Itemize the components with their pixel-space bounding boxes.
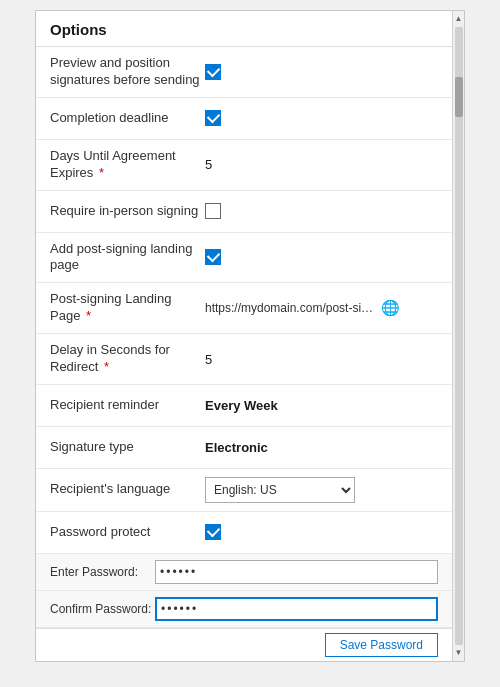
select-recipient-language[interactable]: English: US French Spanish German [205, 477, 355, 503]
value-add-post-signing [205, 249, 438, 265]
scrollbar-handle[interactable] [455, 77, 463, 117]
scrollbar: ▲ ▼ [452, 11, 464, 661]
row-confirm-password: Confirm Password: [36, 591, 452, 628]
value-signature-type: Electronic [205, 440, 438, 455]
checkbox-add-post-signing[interactable] [205, 249, 221, 265]
checkbox-completion-deadline[interactable] [205, 110, 221, 126]
required-indicator-delay: * [100, 359, 109, 374]
confirm-password-wrap [155, 597, 438, 621]
label-confirm-password: Confirm Password: [50, 602, 155, 616]
checkbox-password-protect[interactable] [205, 524, 221, 540]
label-delay-redirect: Delay in Seconds for Redirect * [50, 342, 205, 376]
option-row-completion-deadline: Completion deadline [36, 98, 452, 140]
input-enter-password[interactable] [155, 560, 438, 584]
value-days-until: 5 [205, 157, 438, 172]
value-require-in-person [205, 203, 438, 219]
text-delay-redirect: 5 [205, 352, 212, 367]
label-days-until: Days Until Agreement Expires * [50, 148, 205, 182]
option-row-password-protect: Password protect [36, 512, 452, 554]
option-row-preview-signatures: Preview and position signatures before s… [36, 47, 452, 98]
save-button-row: Save Password [36, 628, 452, 661]
label-signature-type: Signature type [50, 439, 205, 456]
required-indicator-url: * [82, 308, 91, 323]
option-row-recipient-language: Recipient's language English: US French … [36, 469, 452, 512]
value-delay-redirect: 5 [205, 352, 438, 367]
options-panel: Options Preview and position signatures … [35, 10, 465, 662]
scroll-up-arrow[interactable]: ▲ [455, 13, 463, 25]
value-recipient-reminder: Every Week [205, 398, 438, 413]
save-password-button[interactable]: Save Password [325, 633, 438, 657]
required-indicator: * [95, 165, 104, 180]
value-recipient-language: English: US French Spanish German [205, 477, 438, 503]
option-row-post-signing-url: Post-signing Landing Page * https://mydo… [36, 283, 452, 334]
input-confirm-password[interactable] [155, 597, 438, 621]
label-password-protect: Password protect [50, 524, 205, 541]
label-require-in-person: Require in-person signing [50, 203, 205, 220]
text-recipient-reminder: Every Week [205, 398, 278, 413]
option-row-post-signing: Add post-signing landing page [36, 233, 452, 284]
checkbox-preview-signatures[interactable] [205, 64, 221, 80]
option-row-signature-type: Signature type Electronic [36, 427, 452, 469]
scroll-down-arrow[interactable]: ▼ [455, 647, 463, 659]
text-days-until: 5 [205, 157, 212, 172]
value-password-protect [205, 524, 438, 540]
panel-title: Options [36, 11, 452, 47]
label-preview-signatures: Preview and position signatures before s… [50, 55, 205, 89]
option-row-recipient-reminder: Recipient reminder Every Week [36, 385, 452, 427]
label-recipient-reminder: Recipient reminder [50, 397, 205, 414]
scrollbar-track [455, 27, 463, 645]
enter-password-wrap [155, 560, 438, 584]
globe-icon[interactable]: 🌐 [381, 299, 400, 317]
label-enter-password: Enter Password: [50, 565, 155, 579]
checkbox-require-in-person[interactable] [205, 203, 221, 219]
value-post-signing-url: https://mydomain.com/post-signi... 🌐 [205, 299, 438, 317]
value-preview-signatures [205, 64, 438, 80]
option-row-delay-redirect: Delay in Seconds for Redirect * 5 [36, 334, 452, 385]
row-enter-password: Enter Password: [36, 554, 452, 591]
url-text: https://mydomain.com/post-signi... [205, 301, 375, 315]
label-completion-deadline: Completion deadline [50, 110, 205, 127]
option-row-require-in-person: Require in-person signing [36, 191, 452, 233]
label-add-post-signing: Add post-signing landing page [50, 241, 205, 275]
option-row-days-until: Days Until Agreement Expires * 5 [36, 140, 452, 191]
value-completion-deadline [205, 110, 438, 126]
label-recipient-language: Recipient's language [50, 481, 205, 498]
label-post-signing-url: Post-signing Landing Page * [50, 291, 205, 325]
text-signature-type: Electronic [205, 440, 268, 455]
